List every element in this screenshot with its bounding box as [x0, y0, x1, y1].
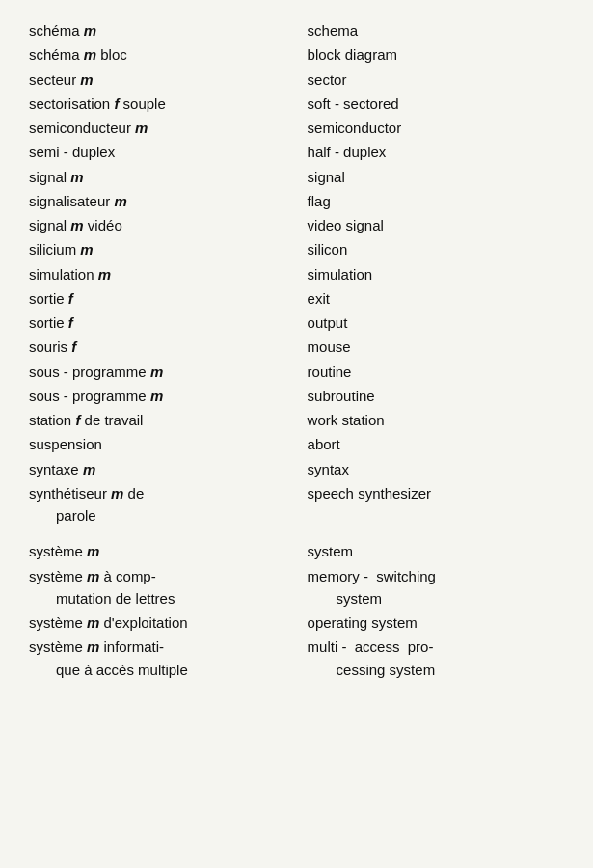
french-text: souris f	[29, 336, 308, 358]
english-text: output	[308, 312, 564, 334]
french-text: suspension	[29, 433, 308, 455]
entry-signalisateur: signalisateur m flag	[29, 190, 564, 212]
entry-sortie-exit: sortie f exit	[29, 287, 564, 310]
english-text: sector	[308, 68, 564, 91]
french-text: système m	[29, 540, 308, 562]
entry-semi-duplex: semi - duplex half - duplex	[29, 141, 564, 163]
entry-souris: souris f mouse	[29, 336, 564, 358]
french-text: sectorisation f souple	[29, 93, 308, 115]
english-text: schema	[308, 19, 564, 41]
french-text: signal m vidéo	[29, 214, 308, 236]
french-text: sortie f	[29, 312, 308, 334]
entry-suspension: suspension abort	[29, 433, 564, 455]
french-text: semi - duplex	[29, 141, 308, 163]
french-text: système m informati- que à accès multipl…	[29, 636, 308, 681]
english-text: semiconductor	[308, 117, 564, 139]
english-text: syntax	[308, 458, 564, 480]
entry-schema-bloc: schéma m bloc block diagram	[29, 43, 564, 66]
entry-secteur: secteur m sector	[29, 68, 564, 91]
entry-silicium: silicium m silicon	[29, 238, 564, 260]
entry-systeme-exploitation: système m d'exploitation operating syste…	[29, 611, 564, 634]
french-text: sous - programme m	[29, 361, 308, 383]
english-text: mouse	[308, 336, 564, 358]
entry-systeme-multiaccès: système m informati- que à accès multipl…	[29, 636, 564, 681]
english-text: operating system	[308, 611, 564, 634]
english-text: silicon	[308, 238, 564, 260]
french-text: simulation m	[29, 263, 308, 285]
english-text: soft - sectored	[308, 93, 564, 115]
french-text: signalisateur m	[29, 190, 308, 212]
entry-signal-video: signal m vidéo video signal	[29, 214, 564, 236]
entry-semiconducteur: semiconducteur m semiconductor	[29, 117, 564, 139]
english-text: half - duplex	[308, 141, 564, 163]
english-text: multi - access pro- cessing system	[308, 636, 564, 681]
french-text: semiconducteur m	[29, 117, 308, 139]
french-text: signal m	[29, 166, 308, 188]
french-text: schéma m bloc	[29, 43, 308, 66]
english-text: subroutine	[308, 385, 564, 407]
entry-sous-programme-routine: sous - programme m routine	[29, 361, 564, 383]
entry-schema: schéma m schema	[29, 19, 564, 41]
french-text: silicium m	[29, 238, 308, 260]
english-text: abort	[308, 433, 564, 455]
entry-simulation: simulation m simulation	[29, 263, 564, 285]
english-text: routine	[308, 361, 564, 383]
entry-syntaxe: syntaxe m syntax	[29, 458, 564, 480]
dictionary-container: schéma m schema schéma m bloc block diag…	[29, 19, 564, 681]
english-text: signal	[308, 166, 564, 188]
entry-sortie-output: sortie f output	[29, 312, 564, 334]
french-text: secteur m	[29, 68, 308, 91]
english-text: system	[308, 540, 564, 562]
english-text: video signal	[308, 214, 564, 236]
french-text: sous - programme m	[29, 385, 308, 407]
english-text: work station	[308, 409, 564, 431]
english-text: speech synthesizer	[308, 482, 564, 528]
entry-synthetiseur: synthétiseur m de parole speech synthesi…	[29, 482, 564, 528]
entry-sectorisation: sectorisation f souple soft - sectored	[29, 93, 564, 115]
entry-systeme: système m system	[29, 540, 564, 562]
french-text: synthétiseur m de parole	[29, 482, 308, 528]
french-text: syntaxe m	[29, 458, 308, 480]
entry-station-travail: station f de travail work station	[29, 409, 564, 431]
french-text: schéma m	[29, 19, 308, 41]
french-text: système m d'exploitation	[29, 611, 308, 634]
entry-sous-programme-subroutine: sous - programme m subroutine	[29, 385, 564, 407]
english-text: memory - switching system	[308, 565, 564, 610]
english-text: flag	[308, 190, 564, 212]
french-text: station f de travail	[29, 409, 308, 431]
french-text: sortie f	[29, 287, 308, 310]
english-text: block diagram	[308, 43, 564, 66]
spacer	[29, 529, 564, 540]
entry-systeme-commutation: système m à comp- mutation de lettres me…	[29, 565, 564, 610]
french-text: système m à comp- mutation de lettres	[29, 565, 308, 610]
entry-signal: signal m signal	[29, 166, 564, 188]
english-text: simulation	[308, 263, 564, 285]
english-text: exit	[308, 287, 564, 310]
